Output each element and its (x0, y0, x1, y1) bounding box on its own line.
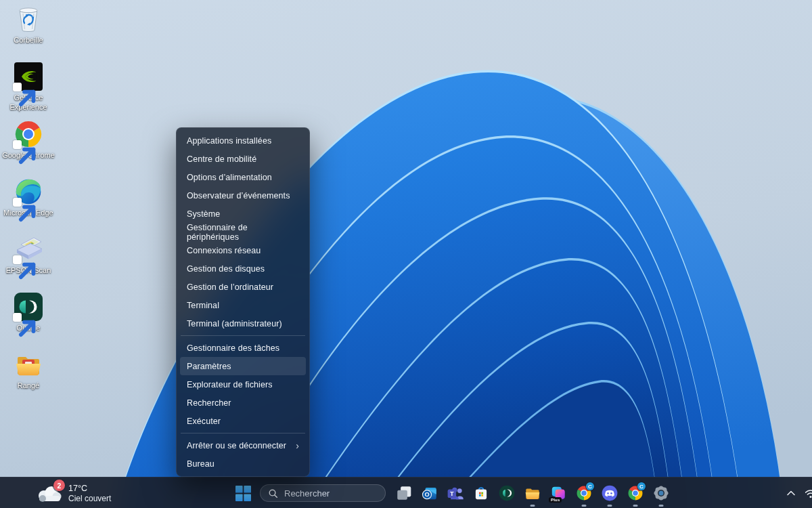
menu-item-observateur-evenements[interactable]: Observateur d’événements (180, 186, 306, 205)
weather-temperature: 17°C (68, 484, 111, 494)
task-view-icon (395, 484, 413, 502)
desktop: Corbeille GeForce Experience (0, 0, 812, 508)
desktop-icon-google-chrome[interactable]: Google Chrome (2, 119, 55, 177)
shortcut-arrow-icon (13, 83, 22, 91)
settings-gear-icon (652, 484, 670, 502)
taskbar-icon-chrome-1[interactable]: C (571, 478, 597, 508)
desktop-icon-geforce-experience[interactable]: GeForce Experience (2, 62, 55, 119)
windows-logo-icon (235, 486, 251, 501)
menu-item-gestionnaire-peripheriques[interactable]: Gestionnaire de périphériques (180, 223, 306, 241)
menu-item-terminal-admin[interactable]: Terminal (administrateur) (180, 314, 306, 333)
taskbar-icon-file-explorer[interactable] (520, 478, 545, 508)
folder-with-document-icon (14, 350, 43, 379)
weather-widget[interactable]: 2 17°C Ciel couvert (31, 478, 115, 508)
pinned-apps: O T (391, 478, 674, 508)
chrome-profile-badge: C (586, 482, 594, 490)
discord-icon (601, 484, 618, 502)
menu-item-arreter-deconnecter[interactable]: Arrêter ou se déconnecter › (180, 436, 306, 454)
taskbar-icon-chrome-2[interactable]: C (623, 478, 648, 508)
menu-item-connexions-reseau[interactable]: Connexions réseau (180, 241, 306, 259)
notification-badge: 2 (53, 480, 65, 491)
taskbar-icon-discord[interactable] (597, 478, 623, 508)
menu-item-executer[interactable]: Exécuter (180, 412, 306, 430)
menu-item-systeme[interactable]: Système (180, 205, 306, 223)
menu-separator (181, 335, 305, 336)
taskbar-icon-teams[interactable]: T (443, 478, 468, 508)
desktop-icon-microsoft-edge[interactable]: Microsoft Edge (2, 177, 55, 234)
menu-item-rechercher[interactable]: Rechercher (180, 394, 306, 412)
svg-text:O: O (424, 491, 429, 498)
winx-menu: Applications installées Centre de mobili… (176, 127, 310, 477)
shortcut-arrow-icon (13, 255, 22, 264)
start-button[interactable] (231, 481, 254, 505)
hidden-icons-chevron-button[interactable] (782, 481, 800, 505)
menu-item-centre-de-mobilite[interactable]: Centre de mobilité (180, 150, 306, 168)
menu-item-gestionnaire-taches[interactable]: Gestionnaire des tâches (180, 339, 306, 357)
shortcut-arrow-icon (13, 140, 22, 149)
menu-item-bureau[interactable]: Bureau (180, 454, 306, 473)
teams-icon: T (447, 484, 464, 502)
desktop-icon-outline[interactable]: Outline (2, 292, 55, 350)
search-icon (268, 488, 278, 499)
microsoft-store-icon (472, 484, 490, 502)
outline-app-icon (498, 484, 516, 502)
running-indicator (659, 505, 664, 507)
wifi-icon (803, 486, 812, 501)
running-indicator (608, 505, 612, 507)
running-indicator (633, 505, 638, 507)
search-placeholder: Rechercher (284, 488, 330, 499)
plus-badge: Plus (549, 497, 562, 503)
taskbar-center-group: Rechercher O (231, 478, 674, 508)
shortcut-arrow-icon (13, 198, 22, 207)
menu-item-explorateur-fichiers[interactable]: Explorateur de fichiers (180, 375, 306, 394)
system-tray (782, 478, 812, 508)
desktop-icon-epson-scan[interactable]: EPSON Scan (2, 234, 55, 292)
shortcut-arrow-icon (13, 313, 22, 322)
taskbar-icon-settings[interactable] (648, 478, 674, 508)
menu-item-parametres[interactable]: Paramètres (180, 357, 306, 375)
desktop-icon-label: Rangé (18, 381, 39, 391)
submenu-chevron-icon: › (296, 441, 299, 450)
desktop-icon-label: Corbeille (14, 36, 43, 45)
desktop-icon-column: Corbeille GeForce Experience (2, 4, 55, 407)
cloud-icon: 2 (35, 483, 62, 503)
recycle-bin-icon (14, 4, 43, 34)
taskbar: 2 17°C Ciel couvert (0, 477, 812, 508)
menu-item-terminal[interactable]: Terminal (180, 296, 306, 314)
taskbar-icon-task-view[interactable] (391, 478, 417, 508)
file-explorer-icon (524, 484, 541, 502)
menu-separator (181, 433, 305, 433)
taskbar-icon-outline[interactable] (494, 478, 520, 508)
menu-item-options-alimentation[interactable]: Options d’alimentation (180, 168, 306, 186)
chrome-profile-badge: C (637, 482, 646, 490)
menu-item-applications-installees[interactable]: Applications installées (180, 131, 306, 150)
outlook-icon: O (421, 484, 438, 502)
chevron-up-icon (786, 490, 796, 496)
running-indicator (531, 505, 535, 507)
menu-item-gestion-ordinateur[interactable]: Gestion de l’ordinateur (180, 278, 306, 296)
wallpaper-bloom (0, 0, 812, 508)
taskbar-icon-plus-app[interactable]: Plus (545, 478, 571, 508)
svg-text:T: T (450, 490, 454, 497)
menu-item-gestion-disques[interactable]: Gestion des disques (180, 259, 306, 278)
weather-condition: Ciel couvert (68, 494, 111, 503)
taskbar-icon-outlook[interactable]: O (417, 478, 443, 508)
taskbar-icon-microsoft-store[interactable] (468, 478, 494, 508)
desktop-icon-corbeille[interactable]: Corbeille (2, 4, 55, 62)
taskbar-search[interactable]: Rechercher (260, 484, 386, 502)
desktop-icon-range[interactable]: Rangé (2, 350, 55, 407)
running-indicator (582, 505, 587, 507)
wifi-button[interactable] (800, 481, 812, 505)
